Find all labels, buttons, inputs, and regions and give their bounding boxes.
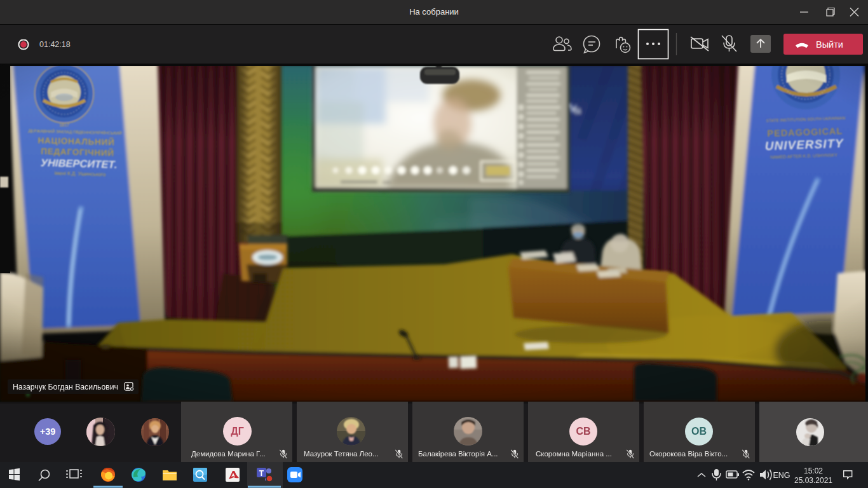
svg-text:ENG: ENG	[773, 471, 790, 480]
svg-text:15:02: 15:02	[804, 466, 823, 475]
svg-text:25.03.2021: 25.03.2021	[794, 476, 832, 485]
svg-text:Выйти: Выйти	[816, 39, 843, 50]
svg-text:T: T	[259, 469, 264, 478]
